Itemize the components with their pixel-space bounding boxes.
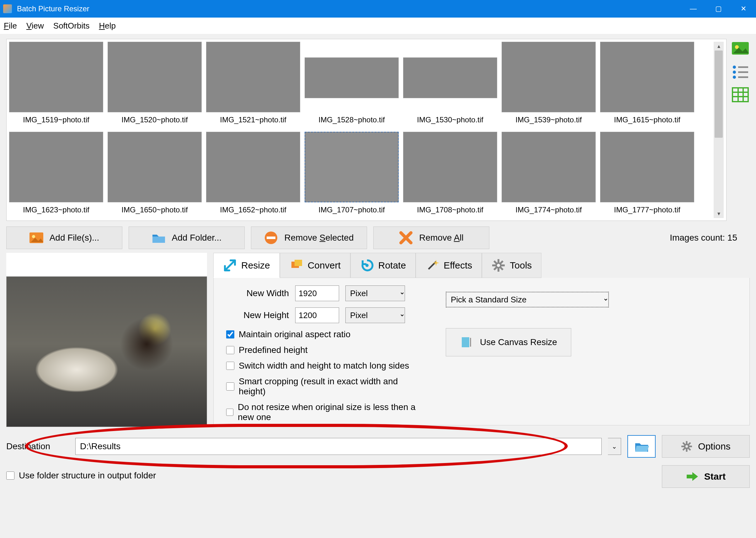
- thumbnail-label: IMG_1615~photo.tif: [614, 115, 680, 124]
- thumbnail-label: IMG_1519~photo.tif: [23, 115, 89, 124]
- thumbnail-item[interactable]: IMG_1539~photo.tif: [502, 42, 596, 124]
- view-list-icon[interactable]: [732, 63, 749, 80]
- thumbnail-item[interactable]: IMG_1652~photo.tif: [206, 132, 300, 214]
- no-upscale-label: Do not resize when original size is less…: [238, 402, 427, 422]
- destination-label: Destination: [6, 441, 69, 452]
- svg-rect-8: [732, 88, 748, 102]
- resize-icon: [223, 258, 237, 272]
- destination-input[interactable]: [75, 438, 602, 455]
- canvas-resize-button[interactable]: Use Canvas Resize: [446, 328, 571, 356]
- gear-icon: [681, 441, 692, 452]
- tab-rotate[interactable]: Rotate: [351, 253, 416, 278]
- images-count-label: Images count: 15: [670, 233, 750, 243]
- thumbnail-label: IMG_1530~photo.tif: [417, 115, 483, 124]
- svg-point-3: [733, 71, 736, 74]
- no-entry-icon: [264, 231, 278, 245]
- destination-dropdown-button[interactable]: ⌄: [608, 438, 621, 455]
- thumbnail-label: IMG_1521~photo.tif: [220, 115, 286, 124]
- tab-resize-label: Resize: [241, 260, 270, 271]
- thumbnail-label: IMG_1520~photo.tif: [121, 115, 188, 124]
- view-toolbar: [731, 39, 750, 221]
- new-width-input[interactable]: [295, 286, 339, 301]
- scroll-up-button[interactable]: ▴: [714, 42, 724, 50]
- width-unit-select[interactable]: Pixel: [346, 286, 405, 301]
- tab-convert-label: Convert: [308, 260, 341, 271]
- close-button[interactable]: ✕: [731, 0, 756, 18]
- file-toolbar: Add File(s)... Add Folder... Remove Sele…: [6, 227, 750, 249]
- menu-softorbits[interactable]: SoftOrbits: [53, 21, 90, 31]
- thumbnail-item[interactable]: IMG_1777~photo.tif: [600, 132, 694, 214]
- thumbnail-image: [9, 132, 103, 202]
- svg-point-14: [32, 235, 35, 238]
- canvas-icon: [460, 336, 472, 349]
- thumbnail-image: [108, 42, 202, 112]
- view-thumbnails-icon[interactable]: [732, 40, 749, 57]
- browse-folder-button[interactable]: [627, 435, 656, 458]
- scrollbar-thumb[interactable]: [715, 50, 723, 138]
- switch-sides-checkbox[interactable]: [226, 362, 234, 370]
- convert-icon: [290, 258, 303, 272]
- switch-sides-label: Switch width and height to match long si…: [239, 361, 409, 371]
- thumbnail-item[interactable]: IMG_1530~photo.tif: [403, 42, 497, 124]
- rotate-icon: [360, 258, 374, 272]
- tab-convert[interactable]: Convert: [280, 253, 351, 278]
- thumbnail-item[interactable]: IMG_1774~photo.tif: [502, 132, 596, 214]
- add-file-button[interactable]: Add File(s)...: [6, 227, 122, 249]
- view-details-icon[interactable]: [732, 86, 749, 103]
- tab-resize[interactable]: Resize: [213, 253, 280, 278]
- thumbnail-image: [502, 132, 596, 202]
- thumbnail-item[interactable]: IMG_1650~photo.tif: [108, 132, 202, 214]
- no-upscale-checkbox[interactable]: [226, 408, 233, 416]
- options-label: Options: [698, 441, 730, 452]
- menu-view[interactable]: View: [27, 21, 44, 31]
- smart-crop-checkbox[interactable]: [226, 382, 234, 391]
- scroll-down-button[interactable]: ▾: [714, 209, 724, 218]
- tab-effects[interactable]: Effects: [416, 253, 482, 278]
- thumbnail-item[interactable]: IMG_1520~photo.tif: [108, 42, 202, 124]
- thumbnail-image: [108, 132, 202, 202]
- arrow-right-icon: [686, 471, 699, 482]
- standard-size-select[interactable]: Pick a Standard Size: [446, 292, 609, 307]
- thumbnail-item[interactable]: IMG_1615~photo.tif: [600, 42, 694, 124]
- thumbnail-label: IMG_1539~photo.tif: [515, 115, 582, 124]
- wand-icon: [425, 258, 439, 272]
- thumbnail-item[interactable]: IMG_1708~photo.tif: [403, 132, 497, 214]
- options-button[interactable]: Options: [662, 435, 750, 458]
- new-height-input[interactable]: [295, 307, 339, 323]
- maximize-button[interactable]: ▢: [706, 0, 731, 18]
- tab-effects-label: Effects: [444, 260, 472, 271]
- thumbnail-image: [403, 132, 497, 202]
- thumbnail-item[interactable]: IMG_1519~photo.tif: [9, 42, 103, 124]
- remove-selected-button[interactable]: Remove Selected: [251, 227, 367, 249]
- thumbnail-item[interactable]: IMG_1521~photo.tif: [206, 42, 300, 124]
- thumbnail-item[interactable]: IMG_1623~photo.tif: [9, 132, 103, 214]
- thumbnail-image: [502, 42, 596, 112]
- height-unit-select[interactable]: Pixel: [346, 307, 405, 323]
- thumbnail-label: IMG_1707~photo.tif: [318, 205, 385, 214]
- menu-file[interactable]: File: [4, 21, 17, 31]
- svg-rect-16: [267, 237, 275, 239]
- thumbnail-image: [206, 42, 300, 112]
- scrollbar-vertical[interactable]: ▴ ▾: [714, 42, 724, 218]
- remove-all-button[interactable]: Remove All: [373, 227, 489, 249]
- predefined-height-checkbox[interactable]: [226, 346, 234, 354]
- minimize-button[interactable]: —: [681, 0, 706, 18]
- thumbnail-item[interactable]: IMG_1528~photo.tif: [304, 42, 399, 124]
- tabs: Resize Convert Rotate Effects Tools: [213, 253, 750, 278]
- menu-help[interactable]: Help: [99, 21, 115, 31]
- tab-tools-label: Tools: [510, 260, 532, 271]
- thumbnail-label: IMG_1708~photo.tif: [417, 205, 483, 214]
- gear-icon: [492, 258, 505, 272]
- destination-row: Destination ⌄ Options: [6, 435, 750, 458]
- folder-structure-checkbox[interactable]: [6, 471, 15, 480]
- start-button[interactable]: Start: [662, 465, 750, 488]
- tab-rotate-label: Rotate: [378, 260, 406, 271]
- maintain-ratio-checkbox[interactable]: [226, 330, 234, 339]
- add-file-label: Add File(s)...: [50, 233, 99, 243]
- svg-point-2: [733, 66, 736, 69]
- x-icon: [399, 231, 413, 245]
- svg-point-26: [497, 264, 500, 267]
- add-folder-button[interactable]: Add Folder...: [129, 227, 245, 249]
- tab-tools[interactable]: Tools: [482, 253, 541, 278]
- thumbnail-item[interactable]: IMG_1707~photo.tif: [304, 132, 399, 214]
